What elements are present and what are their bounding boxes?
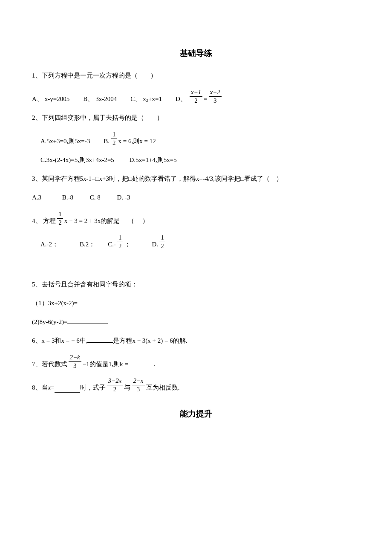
question-8: 8、当 x = 时，式子 3−2x2 与 2−x3 互为相反数. <box>32 378 360 393</box>
q3-option-b: B.-8 <box>62 194 73 201</box>
q2-option-c: C.3x-(2-4x)=5,则3x+4x-2=5 <box>40 156 114 163</box>
question-2-stem: 2、下列四组变形中，属于去括号的是（ ） <box>32 113 360 123</box>
q4-option-a: A.-2； <box>40 239 58 249</box>
question-4-stem: 4、 方程 12 x − 3 = 2 + 3x的解是 （ ） <box>32 211 360 226</box>
q1-option-b: B、3x-2004 <box>83 94 117 104</box>
q3-option-d: D. -3 <box>117 194 130 201</box>
q4-option-b: B.2； <box>80 239 95 249</box>
q3-option-c: C. 8 <box>90 194 101 201</box>
question-6: 6、x = 3和x = − 6中,是方程x − 3(x + 2) = 6的解. <box>32 335 360 346</box>
blank-input[interactable] <box>87 336 113 343</box>
q2-option-a: A.5x+3=0,则5x=-3 <box>40 136 90 146</box>
question-5-stem: 5、去括号且合并含有相同字母的项： <box>32 279 360 289</box>
q4-option-d: D. 12 <box>152 234 167 249</box>
question-5-sub2: (2)8y-6(y-2)= <box>32 317 360 327</box>
question-5-sub1: （1）3x+2(x-2)= <box>32 298 360 308</box>
q3-option-a: A.3 <box>32 194 41 201</box>
question-1-options: A、x-y=2005 B、3x-2004 C、x2+x=1 D、 x−12 = … <box>32 89 360 104</box>
blank-input[interactable] <box>78 298 114 305</box>
q1-option-a: A、x-y=2005 <box>32 94 69 104</box>
blank-input[interactable] <box>55 386 80 393</box>
question-7: 7、若代数式 2−k3 −1 的值是1,则k = . <box>32 354 360 369</box>
question-4-options: A.-2； B.2； C.- 12 ； D. 12 <box>32 234 360 249</box>
q2-option-d: D.5x=1+4,则5x=5 <box>130 156 177 163</box>
q1-option-d: D、 x−12 = x−23 <box>176 89 223 104</box>
q1-option-c: C、x2+x=1 <box>130 94 162 104</box>
question-3-options: A.3 B.-8 C. 8 D. -3 <box>32 192 360 202</box>
q4-option-c: C.- 12 ； <box>108 234 130 249</box>
question-2-row2: C.3x-(2-4x)=5,则3x+4x-2=5 D.5x=1+4,则5x=5 <box>32 155 360 165</box>
question-1-stem: 1、下列方程中是一元一次方程的是（ ） <box>32 70 360 81</box>
blank-input[interactable] <box>67 317 108 324</box>
section-heading-a: 基础导练 <box>32 47 360 60</box>
q2-option-b: B. 12 x = 6,则x = 12 <box>104 131 156 146</box>
section-heading-b: 能力提升 <box>32 408 360 420</box>
blank-input[interactable] <box>128 362 154 369</box>
question-2-row1: A.5x+3=0,则5x=-3 B. 12 x = 6,则x = 12 <box>32 131 360 146</box>
question-3-stem: 3、某同学在方程5x-1=□x+3时，把□处的数字看错了，解得x=-4/3,该同… <box>32 173 360 184</box>
